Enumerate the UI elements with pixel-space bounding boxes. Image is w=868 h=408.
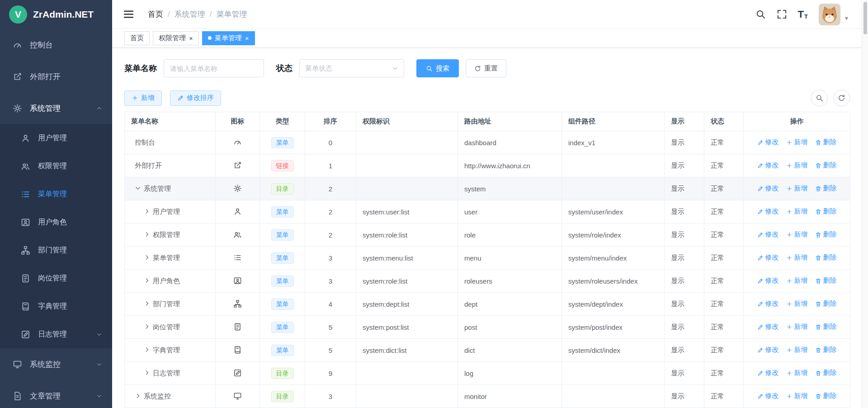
cell-name: 部门管理: [125, 293, 216, 316]
expand-row-icon[interactable]: [144, 277, 150, 284]
row-delete-button[interactable]: 删除: [815, 253, 837, 262]
dict-icon: [21, 302, 30, 311]
user-menu-caret-icon[interactable]: ▾: [845, 14, 848, 22]
table-tools: [811, 90, 850, 106]
cell-name: 系统监控: [125, 385, 216, 408]
op-label: 新增: [794, 323, 808, 331]
breadcrumb-item[interactable]: 系统管理: [175, 9, 205, 19]
row-edit-button[interactable]: 修改: [757, 346, 779, 354]
tab-home[interactable]: 首页: [124, 31, 150, 45]
row-delete-button[interactable]: 删除: [815, 299, 837, 308]
row-delete-button[interactable]: 删除: [815, 161, 837, 170]
expand-row-icon[interactable]: [144, 208, 150, 214]
row-delete-button[interactable]: 删除: [815, 276, 837, 285]
row-edit-button[interactable]: 修改: [757, 207, 779, 216]
refresh-table-button[interactable]: [833, 90, 850, 106]
row-edit-button[interactable]: 修改: [757, 369, 779, 377]
row-add-button[interactable]: 新增: [786, 230, 808, 239]
delete-icon: [815, 301, 821, 307]
toggle-search-button[interactable]: [811, 90, 828, 106]
row-add-button[interactable]: 新增: [786, 253, 808, 262]
sidebar-item-system[interactable]: 系统管理: [0, 92, 112, 124]
collapse-row-icon[interactable]: [135, 185, 141, 191]
row-add-button[interactable]: 新增: [786, 276, 808, 285]
row-edit-button[interactable]: 修改: [757, 276, 779, 285]
row-add-button[interactable]: 新增: [786, 369, 808, 377]
user-icon: [21, 133, 30, 143]
row-delete-button[interactable]: 删除: [815, 138, 837, 147]
row-add-button[interactable]: 新增: [786, 161, 808, 170]
column-header: 路由地址: [458, 112, 562, 131]
search-button[interactable]: 搜索: [416, 59, 459, 77]
breadcrumb-item[interactable]: 首页: [148, 9, 163, 19]
sidebar-item-dept[interactable]: 部门管理: [0, 236, 112, 264]
cell-status: 正常: [704, 223, 744, 247]
cell-route: menu: [458, 247, 562, 270]
row-edit-button[interactable]: 修改: [757, 392, 779, 400]
fullscreen-button[interactable]: [777, 9, 787, 19]
row-add-button[interactable]: 新增: [786, 207, 808, 216]
sidebar-item-log[interactable]: 日志管理: [0, 320, 112, 348]
sidebar-item-menu[interactable]: 菜单管理: [0, 180, 112, 208]
row-add-button[interactable]: 新增: [786, 184, 808, 193]
sidebar-item-roleusers[interactable]: 用户角色: [0, 208, 112, 236]
row-delete-button[interactable]: 删除: [815, 184, 837, 193]
row-edit-button[interactable]: 修改: [757, 184, 779, 193]
close-icon[interactable]: ×: [189, 34, 193, 42]
row-edit-button[interactable]: 修改: [757, 299, 779, 308]
tab-menu[interactable]: 菜单管理×: [202, 31, 255, 45]
tab-role[interactable]: 权限管理×: [153, 31, 199, 45]
sidebar-item-monitor[interactable]: 系统监控: [0, 348, 112, 380]
modify-sort-button[interactable]: 修改排序: [170, 90, 221, 106]
row-add-button[interactable]: 新增: [786, 138, 808, 147]
cell-status: 正常: [704, 200, 744, 223]
row-edit-button[interactable]: 修改: [757, 253, 779, 262]
row-edit-button[interactable]: 修改: [757, 161, 779, 170]
type-tag: 菜单: [271, 252, 294, 264]
sidebar-item-post[interactable]: 岗位管理: [0, 264, 112, 292]
sidebar-item-article[interactable]: 文章管理: [0, 380, 112, 408]
expand-row-icon[interactable]: [144, 231, 150, 237]
sidebar-item-role[interactable]: 权限管理: [0, 152, 112, 180]
sidebar-item-dict[interactable]: 字典管理: [0, 292, 112, 320]
edit-icon: [757, 393, 764, 399]
sidebar-item-console[interactable]: 控制台: [0, 29, 112, 61]
sidebar-toggle-button[interactable]: [123, 9, 134, 20]
status-select[interactable]: 菜单状态: [299, 59, 404, 77]
expand-row-icon[interactable]: [144, 323, 150, 330]
sidebar-item-external[interactable]: 外部打开: [0, 61, 112, 92]
expand-row-icon[interactable]: [144, 370, 150, 376]
header-search-button[interactable]: [755, 9, 766, 19]
row-delete-button[interactable]: 删除: [815, 230, 837, 239]
menu-name-input[interactable]: [164, 59, 264, 77]
sidebar-item-user[interactable]: 用户管理: [0, 124, 112, 152]
expand-row-icon[interactable]: [144, 346, 150, 353]
row-add-button[interactable]: 新增: [786, 392, 808, 400]
expand-row-icon[interactable]: [144, 254, 150, 261]
row-add-button[interactable]: 新增: [786, 323, 808, 331]
row-edit-button[interactable]: 修改: [757, 138, 779, 147]
expand-row-icon[interactable]: [144, 300, 150, 307]
page-scrollbar[interactable]: [862, 0, 868, 408]
cell-type: 目录: [260, 362, 305, 385]
row-delete-button[interactable]: 删除: [815, 369, 837, 377]
row-delete-button[interactable]: 删除: [815, 392, 837, 400]
reset-button[interactable]: 重置: [466, 59, 506, 77]
row-delete-button[interactable]: 删除: [815, 323, 837, 331]
user-avatar[interactable]: [819, 4, 840, 25]
logo-icon: V: [9, 5, 27, 24]
cell-sort: 0: [305, 131, 356, 154]
expand-row-icon[interactable]: [135, 393, 141, 399]
font-size-button[interactable]: TT: [798, 9, 808, 19]
row-add-button[interactable]: 新增: [786, 299, 808, 308]
edit-icon: [757, 185, 764, 192]
add-button[interactable]: 新增: [124, 90, 162, 106]
row-edit-button[interactable]: 修改: [757, 323, 779, 331]
row-delete-button[interactable]: 删除: [815, 346, 837, 354]
row-add-button[interactable]: 新增: [786, 346, 808, 354]
close-icon[interactable]: ×: [245, 34, 249, 42]
scrollbar-thumb[interactable]: [863, 2, 867, 34]
row-edit-button[interactable]: 修改: [757, 230, 779, 239]
row-delete-button[interactable]: 删除: [815, 207, 837, 216]
op-label: 删除: [823, 299, 837, 308]
